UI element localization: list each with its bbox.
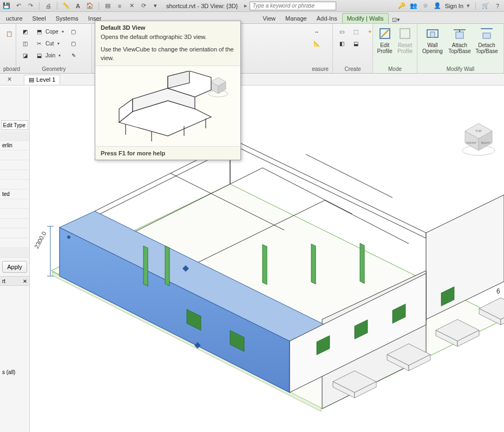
svg-point-20 bbox=[67, 235, 70, 239]
group-header[interactable] bbox=[0, 248, 29, 258]
tab-structure[interactable]: ucture bbox=[1, 13, 28, 23]
wall-opening-icon bbox=[425, 26, 440, 41]
star-icon[interactable]: ☆ bbox=[421, 2, 430, 10]
ribbon-body: 📋 pboard ◩ ◫ ◪ ⬒Cope▾ ✂Cut▾ ⬓Join▾ ▢ ▢ ✎… bbox=[0, 24, 504, 74]
match-button[interactable]: ◫ bbox=[19, 38, 30, 49]
panel-clipboard: 📋 pboard bbox=[0, 24, 16, 73]
group-header[interactable] bbox=[0, 131, 29, 141]
doc-tab-level1[interactable]: ▤ Level 1 bbox=[24, 75, 60, 84]
create-btn1[interactable]: ▭ bbox=[336, 26, 347, 37]
cut-button[interactable]: ✂Cut▾ bbox=[34, 38, 65, 49]
geom-extra2[interactable]: ▢ bbox=[68, 38, 79, 49]
help-icon[interactable]: ? bbox=[493, 2, 502, 10]
titlebar-right: 🔑 👥 ☆ 👤 Sign In ▾ 🛒 ? bbox=[397, 2, 502, 10]
prop-row[interactable] bbox=[0, 228, 29, 238]
switch-windows-icon[interactable]: ▾ bbox=[151, 2, 160, 10]
create-btn3[interactable]: ⬚ bbox=[350, 26, 361, 37]
panel-label: easure bbox=[311, 65, 329, 72]
chevron-down-icon[interactable]: ▾ bbox=[467, 2, 470, 9]
paint-button[interactable]: ◪ bbox=[19, 50, 30, 61]
attach-topbase-button[interactable]: Attach Top/Base bbox=[448, 26, 472, 54]
geom-extra1[interactable]: ▢ bbox=[68, 26, 79, 37]
dimension-text[interactable]: 2300.0 bbox=[33, 231, 47, 250]
axis-label: 6 bbox=[496, 287, 500, 295]
match-icon: ◫ bbox=[21, 39, 29, 48]
search-arrow-icon: ▸ bbox=[244, 2, 247, 9]
print-icon[interactable]: 🖨 bbox=[44, 2, 53, 10]
paste-button[interactable]: 📋 bbox=[3, 26, 15, 41]
tab-steel[interactable]: Steel bbox=[28, 13, 51, 23]
create-btn2[interactable]: ◧ bbox=[336, 38, 347, 49]
prop-row[interactable] bbox=[0, 199, 29, 209]
create-btn4[interactable]: ⬓ bbox=[350, 38, 361, 49]
align-dim-button[interactable]: ↔ bbox=[311, 26, 322, 37]
signin-link[interactable]: Sign In bbox=[445, 3, 463, 9]
prop-row[interactable] bbox=[0, 180, 29, 189]
prop-row[interactable]: ted bbox=[0, 189, 29, 199]
prop-row[interactable] bbox=[0, 160, 29, 170]
svg-rect-33 bbox=[311, 244, 316, 284]
panel-label: Create bbox=[336, 65, 369, 72]
close-icon[interactable]: ✕ bbox=[5, 76, 13, 83]
user-icon[interactable]: 👤 bbox=[433, 2, 442, 10]
ribbon-extras: ⊡▾ bbox=[392, 16, 400, 23]
detach-label: Detach Top/Base bbox=[475, 42, 499, 54]
svg-text:TOP: TOP bbox=[475, 129, 482, 133]
prop-row[interactable] bbox=[0, 170, 29, 180]
svg-rect-34 bbox=[360, 244, 364, 284]
svg-marker-16 bbox=[426, 195, 504, 319]
tab-systems[interactable]: Systems bbox=[51, 13, 83, 23]
keys-icon[interactable]: 🔑 bbox=[397, 2, 406, 10]
measure-icon[interactable]: 📏 bbox=[62, 2, 70, 10]
geom-extra3[interactable]: ✎ bbox=[68, 50, 79, 61]
group-icon: ⬚ bbox=[351, 27, 360, 36]
wall-opening-button[interactable]: Wall Opening bbox=[421, 26, 444, 54]
home3d-icon[interactable]: 🏠 bbox=[86, 2, 94, 10]
search-input[interactable] bbox=[250, 2, 336, 10]
square-icon: ▢ bbox=[69, 27, 78, 36]
edit-type-button[interactable]: Edit Type bbox=[1, 120, 28, 130]
tab-addins[interactable]: Add-Ins bbox=[312, 13, 342, 23]
viewcube[interactable]: TOP FRONT RIGHT bbox=[460, 119, 498, 157]
chevron-down-icon[interactable]: ▾ bbox=[57, 41, 60, 46]
people-icon[interactable]: 👥 bbox=[409, 2, 418, 10]
notch-button[interactable]: ◩ bbox=[19, 26, 30, 37]
tooltip-image bbox=[95, 66, 240, 147]
prop-row[interactable] bbox=[0, 209, 29, 219]
prop-row[interactable] bbox=[0, 219, 29, 228]
tooltip-line1: Opens the default orthographic 3D view. bbox=[101, 33, 235, 41]
edit-profile-button[interactable]: Edit Profile bbox=[376, 26, 394, 54]
prop-row[interactable]: erlin bbox=[0, 141, 29, 150]
section-icon[interactable]: ▤ bbox=[103, 2, 112, 10]
search-box[interactable] bbox=[250, 2, 336, 10]
tab-manage[interactable]: Manage bbox=[280, 13, 312, 23]
undo-icon[interactable]: ↶ bbox=[14, 2, 23, 10]
text-icon[interactable]: A bbox=[74, 2, 82, 10]
item-all[interactable]: s (all) bbox=[0, 367, 29, 377]
measure-button[interactable]: 📐 bbox=[311, 38, 322, 49]
chevron-down-icon[interactable]: ▾ bbox=[62, 29, 64, 34]
close-hidden-icon[interactable]: ✕ bbox=[127, 2, 136, 10]
panel-measure: ↔ 📐 easure bbox=[308, 24, 333, 73]
panel-label: Geometry bbox=[19, 65, 88, 72]
sync-icon[interactable]: ⟳ bbox=[139, 2, 148, 10]
svg-rect-31 bbox=[165, 246, 169, 286]
cope-button[interactable]: ⬒Cope▾ bbox=[34, 26, 65, 37]
edit-profile-icon bbox=[377, 26, 392, 41]
tab-view[interactable]: View bbox=[258, 13, 280, 23]
save-icon[interactable]: 💾 bbox=[2, 2, 11, 10]
reset-profile-label: Reset Profile bbox=[397, 42, 414, 54]
redo-icon[interactable]: ↷ bbox=[26, 2, 35, 10]
prop-row[interactable] bbox=[0, 238, 29, 248]
join-button[interactable]: ⬓Join▾ bbox=[34, 50, 65, 61]
cart-icon[interactable]: 🛒 bbox=[481, 2, 490, 10]
prop-row[interactable] bbox=[0, 150, 29, 160]
edit-type-label: Edit Type bbox=[3, 122, 25, 128]
apply-button[interactable]: Apply bbox=[2, 261, 27, 273]
close-icon[interactable]: ✕ bbox=[23, 278, 27, 284]
tab-modify-walls[interactable]: Modify | Walls bbox=[342, 13, 389, 23]
chevron-down-icon[interactable]: ▾ bbox=[58, 53, 61, 58]
detach-topbase-button[interactable]: Detach Top/Base bbox=[475, 26, 499, 54]
thin-lines-icon[interactable]: ≡ bbox=[115, 2, 124, 10]
panel-options-icon[interactable]: ⊡▾ bbox=[392, 16, 400, 23]
